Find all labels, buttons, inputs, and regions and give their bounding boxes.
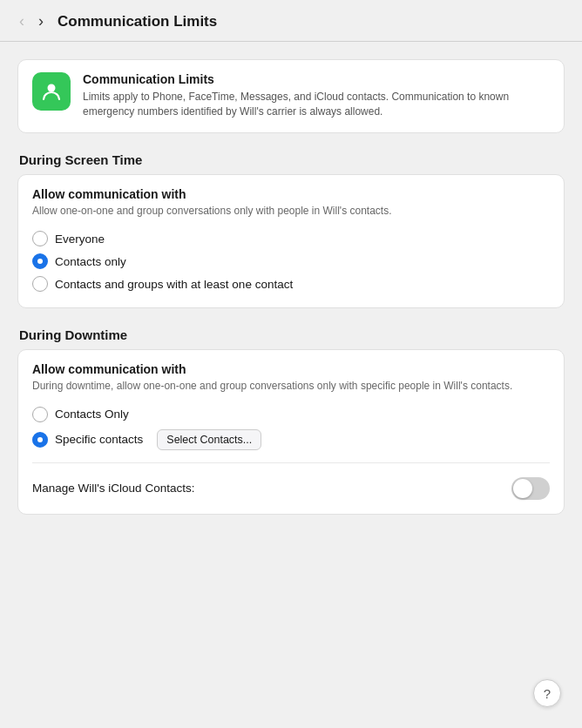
app-icon (32, 72, 71, 111)
radio-contacts-groups-label: Contacts and groups with at least one co… (55, 278, 293, 291)
screen-time-card: Allow communication with Allow one-on-on… (17, 174, 565, 308)
radio-contacts-groups[interactable]: Contacts and groups with at least one co… (32, 273, 550, 295)
radio-contacts-groups-circle (32, 276, 48, 292)
radio-specific-contacts-label: Specific contacts (55, 433, 143, 446)
back-button[interactable]: ‹ (16, 10, 28, 32)
forward-button[interactable]: › (35, 10, 47, 32)
manage-icloud-toggle[interactable] (511, 477, 550, 500)
card-divider (32, 462, 550, 463)
info-card: Communication Limits Limits apply to Pho… (17, 59, 565, 133)
radio-specific-contacts-circle (32, 432, 48, 448)
content-area: Communication Limits Limits apply to Pho… (0, 42, 582, 551)
help-button[interactable]: ? (533, 679, 561, 707)
radio-contacts-only-label: Contacts only (55, 255, 126, 268)
info-title: Communication Limits (83, 72, 550, 86)
toggle-thumb (513, 479, 532, 498)
page-title: Communication Limits (58, 13, 217, 30)
info-text: Communication Limits Limits apply to Pho… (83, 72, 550, 120)
screen-time-card-desc: Allow one-on-one and group conversations… (32, 204, 550, 219)
radio-contacts-only-dt-circle (32, 407, 48, 422)
downtime-card-title: Allow communication with (32, 362, 550, 376)
screen-time-header: During Screen Time (17, 152, 565, 167)
radio-specific-contacts[interactable]: Specific contacts Select Contacts... (32, 426, 550, 454)
select-contacts-button[interactable]: Select Contacts... (157, 429, 261, 450)
screen-time-card-title: Allow communication with (32, 187, 550, 201)
downtime-card: Allow communication with During downtime… (17, 349, 565, 514)
downtime-card-desc: During downtime, allow one-on-one and gr… (32, 379, 550, 394)
radio-contacts-only-dt[interactable]: Contacts Only (32, 403, 550, 426)
radio-contacts-only[interactable]: Contacts only (32, 250, 550, 273)
radio-contacts-only-dt-label: Contacts Only (55, 408, 129, 421)
top-bar: ‹ › Communication Limits (0, 0, 582, 42)
manage-icloud-label: Manage Will's iCloud Contacts: (32, 482, 194, 495)
radio-everyone-circle (32, 231, 48, 246)
app-icon-svg (40, 80, 63, 103)
info-description: Limits apply to Phone, FaceTime, Message… (83, 90, 550, 120)
radio-contacts-only-circle (32, 253, 48, 269)
downtime-header: During Downtime (17, 327, 565, 342)
radio-everyone-label: Everyone (55, 233, 105, 246)
manage-icloud-row: Manage Will's iCloud Contacts: (32, 472, 550, 502)
radio-everyone[interactable]: Everyone (32, 227, 550, 250)
svg-point-0 (48, 84, 56, 92)
